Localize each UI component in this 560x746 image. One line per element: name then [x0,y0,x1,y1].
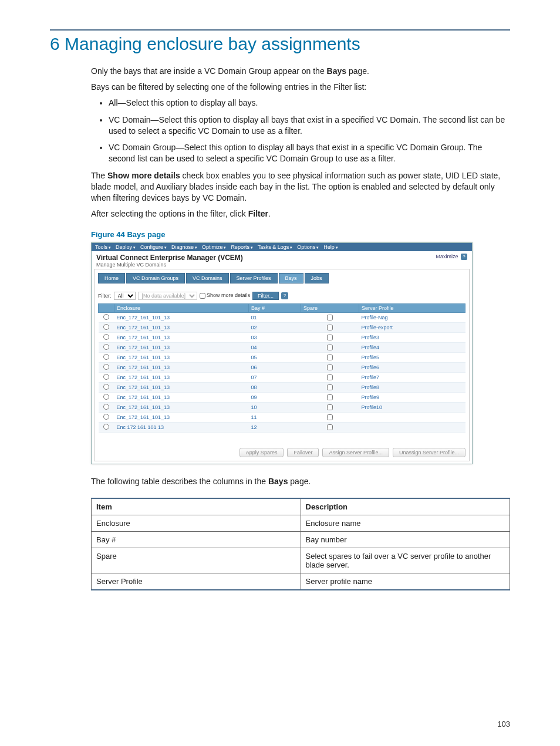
cell-bay[interactable]: 10 [249,402,301,412]
cell-bay[interactable]: 12 [249,422,301,432]
spare-checkbox[interactable] [327,315,333,320]
row-radio[interactable] [103,374,109,380]
cell-server-profile[interactable]: Profile6 [359,362,465,372]
cell-bay[interactable]: 05 [249,352,301,362]
assign-server-profile-button[interactable]: Assign Server Profile... [322,448,389,457]
table-row[interactable]: Enc_172_161_101_1304Profile4 [99,342,465,352]
tab-jobs[interactable]: Jobs [305,273,329,283]
show-more-details-checkbox[interactable] [200,293,205,299]
spare-checkbox[interactable] [327,355,333,360]
cell-server-profile[interactable]: Profile-export [359,322,465,332]
row-radio[interactable] [103,404,109,410]
table-row[interactable]: Enc_172_161_101_1305Profile5 [99,352,465,362]
cell-server-profile[interactable]: Profile10 [359,402,465,412]
cell-enclosure[interactable]: Enc_172_161_101_13 [114,412,249,422]
cell-enclosure[interactable]: Enc_172_161_101_13 [114,322,249,332]
row-radio[interactable] [103,314,109,320]
cell-enclosure[interactable]: Enc_172_161_101_13 [114,372,249,382]
cell-enclosure[interactable]: Enc 172 161 101 13 [114,422,249,432]
menu-deploy[interactable]: Deploy [116,244,136,250]
col-enclosure[interactable]: Enclosure [114,303,249,312]
cell-enclosure[interactable]: Enc_172_161_101_13 [114,392,249,402]
tab-server-profiles[interactable]: Server Profiles [230,273,278,283]
menu-tools[interactable]: Tools [95,244,111,250]
cell-server-profile[interactable]: Profile7 [359,372,465,382]
table-row[interactable]: Enc_172_161_101_1302Profile-export [99,322,465,332]
menu-tasks-logs[interactable]: Tasks & Logs [258,244,292,250]
menu-optimize[interactable]: Optimize [202,244,226,250]
menu-configure[interactable]: Configure [140,244,167,250]
unassign-server-profile-button[interactable]: Unassign Server Profile... [393,448,465,457]
table-row[interactable]: Enc_172_161_101_1309Profile9 [99,392,465,402]
cell-server-profile[interactable]: Profile5 [359,352,465,362]
row-radio[interactable] [103,344,109,350]
spare-checkbox[interactable] [327,394,333,400]
cell-enclosure[interactable]: Enc_172_161_101_13 [114,352,249,362]
menu-help[interactable]: Help [323,244,338,250]
cell-enclosure[interactable]: Enc_172_161_101_13 [114,332,249,342]
menu-diagnose[interactable]: Diagnose [171,244,197,250]
cell-bay[interactable]: 09 [249,392,301,402]
table-row[interactable]: Enc_172_161_101_1306Profile6 [99,362,465,372]
spare-checkbox[interactable] [327,345,333,350]
col-spare[interactable]: Spare [301,303,359,312]
tab-vc-domain-groups[interactable]: VC Domain Groups [126,273,185,283]
col-bay[interactable]: Bay # [249,303,301,312]
cell-enclosure[interactable]: Enc_172_161_101_13 [114,342,249,352]
spare-checkbox[interactable] [327,384,333,390]
table-row[interactable]: Enc_172_161_101_1301Profile-Nag [99,312,465,322]
tab-home[interactable]: Home [98,273,125,283]
cell-server-profile[interactable] [359,422,465,432]
cell-server-profile[interactable]: Profile9 [359,392,465,402]
spare-checkbox[interactable] [327,364,333,370]
row-radio[interactable] [103,364,109,370]
table-row[interactable]: Enc_172_161_101_1303Profile3 [99,332,465,342]
cell-enclosure[interactable]: Enc_172_161_101_13 [114,362,249,372]
table-row[interactable]: Enc_172_161_101_1308Profile8 [99,382,465,392]
cell-bay[interactable]: 02 [249,322,301,332]
apply-spares-button[interactable]: Apply Spares [239,448,284,457]
spare-checkbox[interactable] [327,414,333,420]
menu-options[interactable]: Options [297,244,319,250]
failover-button[interactable]: Failover [287,448,319,457]
filter-primary-select[interactable]: All [114,292,136,300]
help-icon[interactable]: ? [461,254,467,260]
filter-button[interactable]: Filter... [252,292,279,300]
cell-server-profile[interactable]: Profile3 [359,332,465,342]
cell-bay[interactable]: 08 [249,382,301,392]
row-radio[interactable] [103,384,109,390]
cell-enclosure[interactable]: Enc_172_161_101_13 [114,312,249,322]
cell-bay[interactable]: 11 [249,412,301,422]
spare-checkbox[interactable] [327,404,333,410]
table-row[interactable]: Enc 172 161 101 1312 [99,422,465,432]
filter-help-icon[interactable]: ? [281,292,288,299]
cell-enclosure[interactable]: Enc_172_161_101_13 [114,402,249,412]
cell-bay[interactable]: 07 [249,372,301,382]
menu-reports[interactable]: Reports [231,244,252,250]
row-radio[interactable] [103,394,109,400]
tab-bays[interactable]: Bays [279,273,303,283]
maximize-link[interactable]: Maximize [436,254,458,259]
cell-bay[interactable]: 03 [249,332,301,342]
row-radio[interactable] [103,414,109,420]
cell-server-profile[interactable] [359,412,465,422]
cell-server-profile[interactable]: Profile4 [359,342,465,352]
cell-bay[interactable]: 06 [249,362,301,372]
cell-server-profile[interactable]: Profile-Nag [359,312,465,322]
col-server-profile[interactable]: Server Profile [359,303,465,312]
cell-bay[interactable]: 04 [249,342,301,352]
cell-bay[interactable]: 01 [249,312,301,322]
row-radio[interactable] [103,324,109,330]
cell-enclosure[interactable]: Enc_172_161_101_13 [114,382,249,392]
spare-checkbox[interactable] [327,325,333,330]
spare-checkbox[interactable] [327,424,333,430]
row-radio[interactable] [103,354,109,360]
table-row[interactable]: Enc_172_161_101_1310Profile10 [99,402,465,412]
spare-checkbox[interactable] [327,335,333,340]
row-radio[interactable] [103,334,109,340]
table-row[interactable]: Enc_172_161_101_1307Profile7 [99,372,465,382]
cell-server-profile[interactable]: Profile8 [359,382,465,392]
table-row[interactable]: Enc_172_161_101_1311 [99,412,465,422]
filter-secondary-select[interactable]: [No data available] [138,292,197,300]
spare-checkbox[interactable] [327,374,333,380]
